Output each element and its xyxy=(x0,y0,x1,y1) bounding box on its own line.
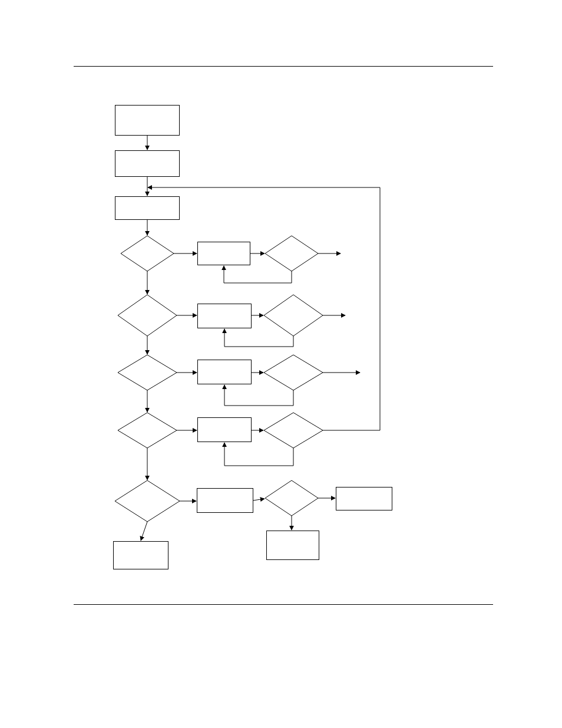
node-n13 xyxy=(118,413,177,448)
node-n12 xyxy=(264,355,323,390)
node-n16 xyxy=(115,480,180,522)
node-n18 xyxy=(265,480,318,516)
node-n4 xyxy=(121,236,174,271)
node-n10 xyxy=(118,355,177,390)
node-n6 xyxy=(265,236,318,271)
node-n7 xyxy=(118,295,177,336)
flow-svg xyxy=(0,0,562,728)
node-n15 xyxy=(264,413,323,448)
svg-line-23 xyxy=(141,522,147,541)
diagram-stage xyxy=(0,0,562,728)
svg-line-20 xyxy=(253,499,265,500)
node-n9 xyxy=(264,295,323,336)
